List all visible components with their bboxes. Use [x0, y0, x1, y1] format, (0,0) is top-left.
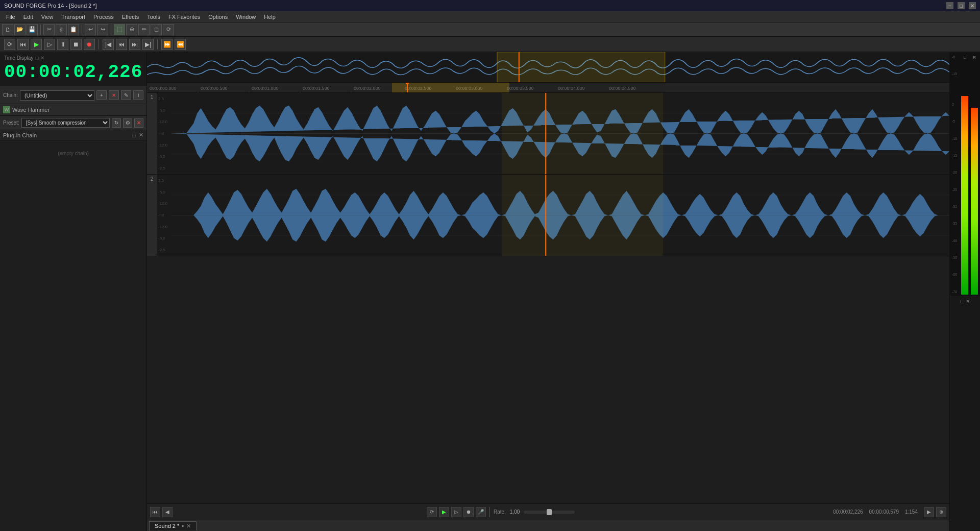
overview-waveform-svg: [147, 52, 949, 82]
time-minimize-icon[interactable]: □: [35, 55, 38, 61]
tc-mic-btn[interactable]: 🎤: [476, 507, 486, 517]
next-btn[interactable]: ⏭: [129, 39, 140, 50]
chain-add-btn[interactable]: +: [96, 90, 107, 100]
sound-tab[interactable]: Sound 2 * ● ✕: [149, 521, 197, 530]
select-btn[interactable]: ⬚: [114, 24, 125, 35]
pause-btn[interactable]: ⏸: [57, 39, 68, 50]
tc-play-btn[interactable]: ▶: [439, 507, 449, 517]
menu-effects[interactable]: Effects: [118, 13, 143, 21]
preset-save-btn[interactable]: ⚙: [123, 118, 132, 128]
waveform-tracks[interactable]: 1 2.5-6.0-12.0-inf-12.0-6.0-2.5: [147, 93, 949, 503]
rw-btn[interactable]: ⏪: [175, 39, 186, 50]
vu-scale: -6-150-5-10-15-20-25-30-35-40-50-60-70: [951, 54, 959, 295]
plugin-chain-close[interactable]: ✕: [139, 132, 143, 138]
duration-display: 1:154: [905, 509, 918, 515]
new-btn[interactable]: 🗋: [2, 24, 13, 35]
menu-fx-favorites[interactable]: FX Favorites: [164, 13, 204, 21]
cut-btn[interactable]: ✂: [43, 24, 55, 35]
chain-panel: Chain: (Untitled) + ✕ ✎ i: [0, 86, 146, 104]
menu-process[interactable]: Process: [89, 13, 118, 21]
chain-del-btn[interactable]: ✕: [109, 90, 119, 100]
vu-right-meter: R: [970, 54, 979, 295]
sep1: [40, 25, 41, 35]
menu-tools[interactable]: Tools: [143, 13, 164, 21]
svg-rect-27: [502, 93, 663, 174]
undo-btn[interactable]: ↩: [85, 24, 96, 35]
track-1-waveform[interactable]: 2.5-6.0-12.0-inf-12.0-6.0-2.5: [157, 93, 949, 174]
chain-edit-btn[interactable]: ✎: [121, 90, 131, 100]
main-toolbar: 🗋 📂 💾 ✂ ⎘ 📋 ↩ ↪ ⬚ ⊕ ✏ ◻ ⟳: [0, 22, 980, 37]
minimize-btn[interactable]: −: [946, 2, 953, 9]
transport-bar: ⟳ ⏮ ▶ ▷ ⏸ ⏹ ⏺ |◀ ⏮ ⏭ ▶| ⏩ ⏪: [0, 37, 980, 52]
track-2-number: 2: [147, 175, 157, 256]
app-title: SOUND FORGE Pro 14 - [Sound 2 *]: [4, 3, 97, 9]
sep3: [111, 25, 111, 35]
tc-loop-btn[interactable]: ⟳: [427, 507, 437, 517]
plugin-chain-empty: (empty chain): [0, 140, 146, 531]
sound-tab-close[interactable]: ✕: [186, 523, 191, 529]
menu-edit[interactable]: Edit: [19, 13, 37, 21]
track-2-scale: 2.5-6.0-12.0-inf-12.0-6.0-2.5: [157, 175, 172, 256]
prev-btn[interactable]: ⏮: [116, 39, 127, 50]
sync-btn[interactable]: ⟳: [163, 24, 174, 35]
sep-tc: [489, 507, 490, 517]
track-1: 1 2.5-6.0-12.0-inf-12.0-6.0-2.5: [147, 93, 949, 175]
paste-btn[interactable]: 📋: [68, 24, 79, 35]
plugin-chain-minimize[interactable]: □: [132, 132, 136, 138]
menu-view[interactable]: View: [37, 13, 58, 21]
tc-rec-btn[interactable]: ⏺: [463, 507, 474, 517]
svg-text:00:00:00.000: 00:00:00.000: [150, 86, 177, 91]
time-close-icon[interactable]: ✕: [40, 55, 44, 61]
menu-help[interactable]: Help: [260, 13, 280, 21]
close-btn[interactable]: ✕: [969, 2, 976, 9]
left-panel: Time Display □ ✕ 00:00:02,226 Chain: (Un…: [0, 52, 147, 531]
go-start-btn[interactable]: |◀: [103, 39, 114, 50]
tc-play-sel-btn[interactable]: ▷: [451, 507, 461, 517]
play-btn[interactable]: ▶: [31, 39, 42, 50]
save-btn[interactable]: 💾: [27, 24, 38, 35]
record-btn[interactable]: ⏺: [84, 39, 95, 50]
rewind-btn[interactable]: ⏮: [17, 39, 29, 50]
restore-btn[interactable]: □: [958, 2, 965, 9]
preset-load-btn[interactable]: ↻: [112, 118, 121, 128]
svg-text:00:00:04.500: 00:00:04.500: [609, 86, 636, 91]
track-1-number: 1: [147, 93, 157, 174]
play-sel-btn[interactable]: ▷: [44, 39, 55, 50]
preset-select[interactable]: [Sys] Smooth compression: [21, 118, 110, 128]
menu-options[interactable]: Options: [204, 13, 232, 21]
plugin-chain-title: Plug-in Chain: [3, 132, 37, 138]
chain-select[interactable]: (Untitled): [20, 90, 94, 101]
title-bar: SOUND FORGE Pro 14 - [Sound 2 *] − □ ✕: [0, 0, 980, 11]
waveform-overview[interactable]: [147, 52, 949, 83]
sep-t1: [99, 39, 99, 50]
loop-btn[interactable]: ⟳: [4, 39, 15, 50]
wave-hammer-icon: W: [3, 106, 10, 113]
wave-hammer-panel: W Wave Hammer: [0, 104, 146, 116]
tc-right-btn[interactable]: ▶: [924, 507, 934, 517]
go-end-btn[interactable]: ▶|: [142, 39, 154, 50]
sound-tab-icon[interactable]: ●: [181, 523, 184, 528]
draw-btn[interactable]: ✏: [138, 24, 150, 35]
ff-btn[interactable]: ⏩: [161, 39, 173, 50]
tc-left-btn[interactable]: ◀: [162, 507, 173, 517]
erase-btn[interactable]: ◻: [151, 24, 162, 35]
rate-slider-thumb[interactable]: [547, 509, 552, 515]
preset-del-btn[interactable]: ✕: [134, 118, 143, 128]
zoom-btn[interactable]: ⊕: [126, 24, 137, 35]
track-1-scale: 2.5-6.0-12.0-inf-12.0-6.0-2.5: [157, 93, 172, 174]
open-btn[interactable]: 📂: [14, 24, 26, 35]
plugin-chain-header: Plug-in Chain □ ✕: [0, 130, 146, 140]
rate-slider[interactable]: [524, 511, 575, 514]
track-2-waveform[interactable]: 2.5-6.0-12.0-inf-12.0-6.0-2.5: [157, 175, 949, 256]
stop-btn[interactable]: ⏹: [70, 39, 82, 50]
chain-info-btn[interactable]: i: [133, 90, 143, 100]
tc-expand-btn[interactable]: ⊕: [936, 507, 946, 517]
menu-window[interactable]: Window: [232, 13, 260, 21]
menu-transport[interactable]: Transport: [57, 13, 89, 21]
redo-btn[interactable]: ↪: [97, 24, 108, 35]
menu-file[interactable]: File: [2, 13, 19, 21]
tc-prev-btn[interactable]: ⏮: [150, 507, 160, 517]
svg-rect-33: [502, 175, 663, 256]
tab-bar: Sound 2 * ● ✕: [147, 520, 949, 531]
copy-btn[interactable]: ⎘: [56, 24, 67, 35]
